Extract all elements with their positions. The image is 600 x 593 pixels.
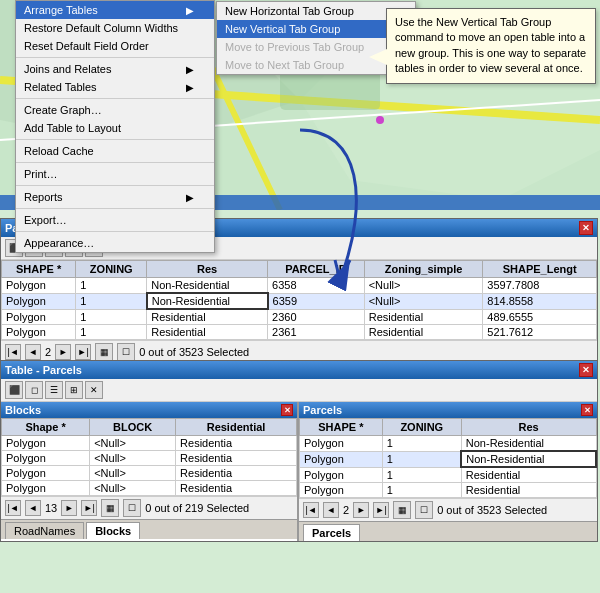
parcels-r-col-res[interactable]: Res: [461, 419, 596, 436]
blocks-nav-next[interactable]: ►: [61, 500, 77, 516]
menu-item-add-table[interactable]: Add Table to Layout: [16, 119, 214, 137]
pane-blocks-close[interactable]: ✕: [281, 404, 293, 416]
blocks-table: Shape * BLOCK Residential Polygon <Null>…: [1, 418, 297, 496]
blocks-nav-prev[interactable]: ◄: [25, 500, 41, 516]
toolbar-btn-b5[interactable]: ✕: [85, 381, 103, 399]
table-row[interactable]: Polygon <Null> Residentia: [2, 481, 297, 496]
menu-item-arrange-tables-label: Arrange Tables: [24, 4, 98, 16]
parcels-r-nav-next[interactable]: ►: [353, 502, 369, 518]
col-zoning[interactable]: ZONING: [76, 261, 147, 278]
toolbar-btn-b3[interactable]: ☰: [45, 381, 63, 399]
nav-first-btn[interactable]: |◄: [5, 344, 21, 360]
nav-last-btn[interactable]: ►|: [75, 344, 91, 360]
menu-item-reload-label: Reload Cache: [24, 145, 94, 157]
table-row[interactable]: Polygon 1 Residential: [300, 467, 597, 483]
menu-separator-4: [16, 162, 214, 163]
menu-separator-6: [16, 208, 214, 209]
pane-parcels-title: Parcels: [303, 404, 342, 416]
menu-item-reports-label: Reports: [24, 191, 63, 203]
blocks-nav-last[interactable]: ►|: [81, 500, 97, 516]
table-bottom-titlebar: Table - Parcels ✕: [1, 361, 597, 379]
menu-item-restore-col-label: Restore Default Column Widths: [24, 22, 178, 34]
col-zoning-simple[interactable]: Zoning_simple: [364, 261, 483, 278]
menu-item-reset-field-label: Reset Default Field Order: [24, 40, 149, 52]
parcels-table-right: SHAPE * ZONING Res Polygon 1 Non-Residen…: [299, 418, 597, 498]
menu-item-print[interactable]: Print…: [16, 165, 214, 183]
tooltip-arrow: [369, 49, 387, 65]
parcels-r-tab-parcels[interactable]: Parcels: [303, 524, 360, 541]
menu-item-add-table-label: Add Table to Layout: [24, 122, 121, 134]
menu-item-create-graph-label: Create Graph…: [24, 104, 102, 116]
col-res[interactable]: Res: [147, 261, 268, 278]
menu-item-reset-field[interactable]: Reset Default Field Order: [16, 37, 214, 55]
blocks-selected-count: 0 out of 219 Selected: [145, 502, 249, 514]
table-row[interactable]: Polygon 1 Residential: [300, 483, 597, 498]
blocks-col-shape[interactable]: Shape *: [2, 419, 90, 436]
context-menu: Arrange Tables ▶ Restore Default Column …: [15, 0, 215, 253]
menu-item-print-label: Print…: [24, 168, 58, 180]
table-row[interactable]: Polygon 1 Non-Residential 6358 <Null> 35…: [2, 278, 597, 294]
blocks-tab-roadnames[interactable]: RoadNames: [5, 522, 84, 539]
col-shape-length[interactable]: SHAPE_Lengt: [483, 261, 597, 278]
parcels-r-clear[interactable]: ☐: [415, 501, 433, 519]
pane-parcels-titlebar: Parcels ✕: [299, 402, 597, 418]
menu-separator-7: [16, 231, 214, 232]
select-all-btn[interactable]: ▦: [95, 343, 113, 361]
parcels-r-col-shape[interactable]: SHAPE *: [300, 419, 383, 436]
menu-separator-2: [16, 98, 214, 99]
table-row[interactable]: Polygon 1 Non-Residential: [300, 451, 597, 467]
submenu-arrow-related: ▶: [186, 82, 194, 93]
pane-blocks: Blocks ✕ Shape * BLOCK Residential Polyg…: [1, 402, 299, 541]
menu-separator-5: [16, 185, 214, 186]
menu-item-joins-relates[interactable]: Joins and Relates ▶: [16, 60, 214, 78]
menu-separator-1: [16, 57, 214, 58]
menu-item-related-tables-label: Related Tables: [24, 81, 97, 93]
menu-item-restore-col[interactable]: Restore Default Column Widths: [16, 19, 214, 37]
svg-point-11: [376, 116, 384, 124]
table-top-close-button[interactable]: ✕: [579, 221, 593, 235]
table-row[interactable]: Polygon 1 Residential 2361 Residential 5…: [2, 325, 597, 340]
menu-item-appearance[interactable]: Appearance…: [16, 234, 214, 252]
blocks-col-block[interactable]: BLOCK: [90, 419, 176, 436]
table-row[interactable]: Polygon <Null> Residentia: [2, 436, 297, 451]
parcels-r-footer: |◄ ◄ 2 ► ►| ▦ ☐ 0 out of 3523 Selected: [299, 498, 597, 521]
menu-item-reports[interactable]: Reports ▶: [16, 188, 214, 206]
parcels-r-nav-prev[interactable]: ◄: [323, 502, 339, 518]
table-row[interactable]: Polygon 1 Non-Residential: [300, 436, 597, 452]
table-row[interactable]: Polygon <Null> Residentia: [2, 451, 297, 466]
pane-parcels-close[interactable]: ✕: [581, 404, 593, 416]
clear-select-btn[interactable]: ☐: [117, 343, 135, 361]
parcels-r-nav-last[interactable]: ►|: [373, 502, 389, 518]
blocks-select-all[interactable]: ▦: [101, 499, 119, 517]
toolbar-btn-b2[interactable]: ◻: [25, 381, 43, 399]
col-parcelid[interactable]: PARCEL_ID: [268, 261, 365, 278]
table-bottom-close-button[interactable]: ✕: [579, 363, 593, 377]
menu-item-reload[interactable]: Reload Cache: [16, 142, 214, 160]
parcels-r-nav-first[interactable]: |◄: [303, 502, 319, 518]
menu-item-appearance-label: Appearance…: [24, 237, 94, 249]
col-shape[interactable]: SHAPE *: [2, 261, 76, 278]
table-row[interactable]: Polygon 1 Residential 2360 Residential 4…: [2, 309, 597, 325]
split-pane: Blocks ✕ Shape * BLOCK Residential Polyg…: [1, 402, 597, 541]
blocks-col-residential[interactable]: Residential: [176, 419, 297, 436]
parcels-r-select-all[interactable]: ▦: [393, 501, 411, 519]
toolbar-btn-b4[interactable]: ⊞: [65, 381, 83, 399]
parcels-r-col-zoning[interactable]: ZONING: [382, 419, 461, 436]
blocks-page: 13: [45, 502, 57, 514]
blocks-clear[interactable]: ☐: [123, 499, 141, 517]
menu-item-export[interactable]: Export…: [16, 211, 214, 229]
menu-item-arrange-tables[interactable]: Arrange Tables ▶: [16, 1, 214, 19]
table-row[interactable]: Polygon 1 Non-Residential 6359 <Null> 81…: [2, 293, 597, 309]
nav-prev-btn[interactable]: ◄: [25, 344, 41, 360]
menu-item-create-graph[interactable]: Create Graph…: [16, 101, 214, 119]
toolbar-btn-b1[interactable]: ⬛: [5, 381, 23, 399]
nav-next-btn[interactable]: ►: [55, 344, 71, 360]
table-bottom-toolbar: ⬛ ◻ ☰ ⊞ ✕: [1, 379, 597, 402]
blocks-nav-first[interactable]: |◄: [5, 500, 21, 516]
submenu-arrow-reports: ▶: [186, 192, 194, 203]
table-row[interactable]: Polygon <Null> Residentia: [2, 466, 297, 481]
selected-count: 0 out of 3523 Selected: [139, 346, 249, 358]
blocks-tab-blocks[interactable]: Blocks: [86, 522, 140, 539]
menu-item-related-tables[interactable]: Related Tables ▶: [16, 78, 214, 96]
tooltip-text: Use the New Vertical Tab Group command t…: [395, 16, 586, 74]
